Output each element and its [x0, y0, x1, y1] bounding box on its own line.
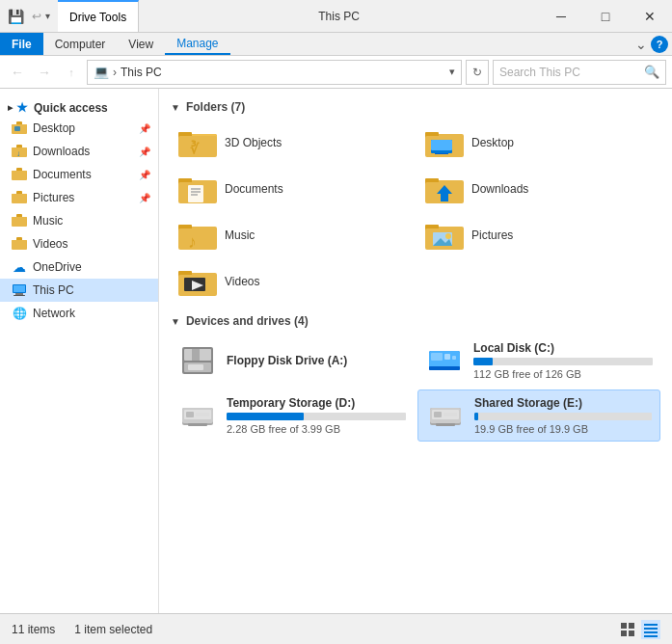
svg-rect-87 [621, 631, 627, 636]
svg-rect-66 [188, 364, 203, 370]
svg-rect-77 [196, 413, 209, 416]
search-placeholder-text: Search This PC [499, 66, 580, 79]
pin-icon-pictures: 📌 [139, 193, 150, 203]
devices-section-header[interactable]: ▼ Devices and drives (4) [171, 314, 660, 328]
view-tab[interactable]: View [117, 33, 165, 55]
devices-chevron-icon: ▼ [171, 316, 180, 327]
svg-rect-3 [14, 126, 20, 131]
shared-e-bar-fill [474, 413, 478, 420]
svg-rect-82 [434, 412, 442, 417]
status-bar: 11 items 1 item selected [0, 613, 672, 644]
videos-folder-icon [12, 236, 27, 252]
ribbon-expand-button[interactable]: ⌄ [632, 35, 651, 54]
svg-text:♪: ♪ [188, 232, 197, 252]
svg-text:∛: ∛ [190, 140, 200, 156]
folder-item-pictures[interactable]: Pictures [417, 214, 660, 256]
drive-item-shared-e[interactable]: Shared Storage (E:) 19.9 GB free of 19.9… [417, 389, 660, 442]
manage-tab[interactable]: Manage [165, 33, 229, 55]
svg-rect-76 [186, 412, 194, 417]
folder-item-videos[interactable]: Videos [171, 260, 414, 303]
svg-rect-88 [629, 631, 634, 636]
sidebar-item-network[interactable]: 🌐 Network [0, 302, 158, 325]
address-dropdown-button[interactable]: ▾ [449, 66, 455, 78]
large-icons-view-button[interactable] [618, 620, 637, 639]
dropdown-icon[interactable]: ▾ [45, 11, 50, 21]
folder-name-pictures: Pictures [471, 228, 513, 242]
sidebar-item-downloads[interactable]: ↓ Downloads 📌 [0, 140, 158, 163]
shared-e-drive-name: Shared Storage (E:) [474, 396, 652, 410]
up-button[interactable]: ↑ [60, 61, 83, 84]
folder-item-music[interactable]: ♪ Music [171, 214, 414, 256]
folder-name-documents: Documents [225, 182, 283, 196]
folder-name-3d: 3D Objects [225, 136, 282, 149]
svg-rect-16 [12, 217, 27, 225]
drive-item-temp-d[interactable]: Temporary Storage (D:) 2.28 GB free of 3… [171, 389, 414, 442]
temp-d-drive-info: Temporary Storage (D:) 2.28 GB free of 3… [227, 396, 406, 435]
file-tab[interactable]: File [0, 33, 43, 55]
folder-icon-videos [178, 264, 217, 299]
items-count: 11 items [12, 623, 55, 636]
local-c-drive-name: Local Disk (C:) [473, 341, 653, 355]
svg-rect-71 [444, 354, 450, 360]
sidebar-item-onedrive[interactable]: ☁ OneDrive [0, 255, 158, 279]
address-separator: › [113, 66, 117, 79]
maximize-button[interactable]: □ [583, 0, 628, 33]
computer-tab[interactable]: Computer [43, 33, 118, 55]
refresh-button[interactable]: ↻ [466, 60, 489, 85]
sidebar-item-thispc[interactable]: This PC [0, 279, 158, 302]
content-area: ▼ Folders (7) ∛ 3D Objects [159, 89, 672, 613]
svg-rect-35 [435, 153, 448, 154]
svg-rect-22 [15, 293, 23, 295]
svg-rect-34 [439, 151, 444, 153]
quick-access-label: Quick access [34, 101, 108, 115]
svg-rect-13 [12, 194, 27, 201]
svg-rect-39 [188, 185, 203, 202]
window-controls: ─ □ ✕ [539, 0, 672, 32]
folder-icon-music: ♪ [178, 218, 217, 253]
drive-item-local-c[interactable]: Local Disk (C:) 112 GB free of 126 GB [417, 335, 660, 386]
sidebar-item-music[interactable]: Music [0, 209, 158, 232]
undo-icon[interactable]: ↩ [32, 10, 41, 23]
network-icon: 🌐 [12, 306, 27, 321]
folders-section-header[interactable]: ▼ Folders (7) [171, 100, 660, 114]
back-button[interactable]: ← [6, 61, 29, 84]
sidebar-item-desktop[interactable]: Desktop 📌 [0, 117, 158, 140]
search-field[interactable]: Search This PC 🔍 [493, 60, 666, 85]
svg-rect-10 [12, 171, 27, 178]
pin-icon-documents: 📌 [139, 170, 150, 180]
save-icon[interactable]: 💾 [8, 9, 24, 24]
folders-title: Folders (7) [186, 100, 245, 114]
address-field[interactable]: 💻 › This PC ▾ [87, 60, 462, 85]
desktop-folder-icon [12, 121, 27, 136]
shared-e-drive-icon [426, 398, 465, 433]
floppy-drive-info: Floppy Disk Drive (A:) [227, 354, 406, 367]
details-view-button[interactable] [641, 620, 660, 639]
view-controls [618, 620, 660, 639]
folder-item-downloads[interactable]: Downloads [417, 168, 660, 210]
sidebar-item-documents[interactable]: Documents 📌 [0, 163, 158, 186]
shared-e-bar-bg [474, 413, 652, 420]
close-button[interactable]: ✕ [628, 0, 672, 33]
drive-item-floppy[interactable]: Floppy Disk Drive (A:) [171, 335, 414, 386]
search-icon: 🔍 [644, 65, 659, 79]
minimize-button[interactable]: ─ [539, 0, 583, 33]
folder-item-desktop[interactable]: Desktop [417, 121, 660, 164]
folder-name-downloads: Downloads [471, 182, 528, 196]
local-c-space-text: 112 GB free of 126 GB [473, 368, 653, 380]
sidebar-item-pictures[interactable]: Pictures 📌 [0, 186, 158, 209]
quick-access-header[interactable]: ▸ ★ Quick access [0, 96, 158, 117]
drive-tools-ribbon-tab[interactable]: Drive Tools [58, 0, 139, 32]
sidebar-item-videos[interactable]: Videos [0, 232, 158, 255]
folder-icon-3d: ∛ [178, 125, 217, 160]
help-button[interactable]: ? [651, 36, 668, 53]
folder-item-documents[interactable]: Documents [171, 168, 414, 210]
svg-rect-33 [431, 140, 452, 150]
temp-d-drive-icon [178, 398, 217, 433]
temp-d-bar-bg [227, 413, 406, 420]
svg-rect-83 [444, 413, 457, 416]
folder-icon-desktop [425, 125, 464, 160]
svg-rect-70 [431, 353, 443, 361]
folder-item-3d-objects[interactable]: ∛ 3D Objects [171, 121, 414, 164]
folder-name-videos: Videos [225, 275, 259, 288]
forward-button[interactable]: → [33, 61, 56, 84]
